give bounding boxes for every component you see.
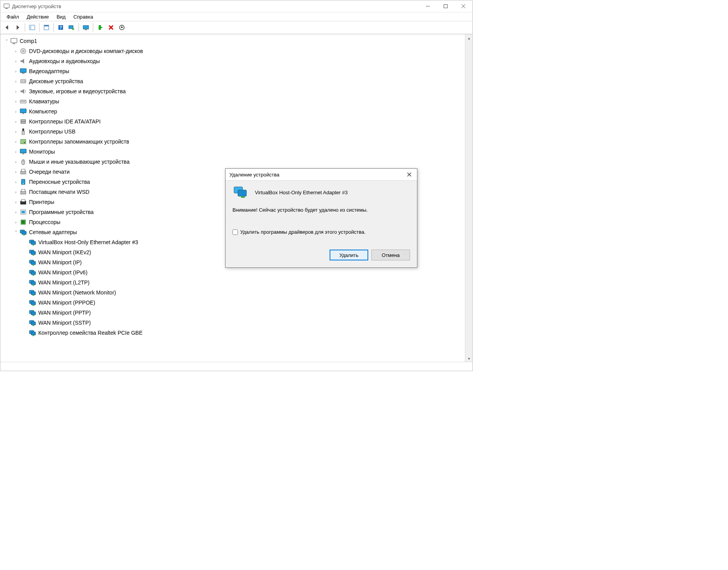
keyboard-icon (20, 98, 27, 105)
expand-icon[interactable]: › (13, 209, 19, 215)
tree-root-computer[interactable]: ˅Comp1 (1, 36, 465, 46)
close-button[interactable] (455, 0, 472, 12)
update-driver-button[interactable] (81, 22, 91, 33)
eject-button[interactable] (117, 22, 127, 33)
expand-icon[interactable]: › (13, 68, 19, 74)
expand-icon[interactable]: › (13, 88, 19, 94)
scan-hardware-button[interactable] (67, 22, 77, 33)
tree-spacer (22, 239, 28, 245)
uninstall-confirm-button[interactable]: Удалить (330, 250, 368, 260)
tree-category-sound[interactable]: ›Звуковые, игровые и видеоустройства (1, 86, 465, 96)
menu-view[interactable]: Вид (53, 13, 70, 21)
tree-item-label: Программные устройства (29, 209, 97, 215)
scroll-down-button[interactable]: ▾ (465, 355, 472, 362)
expand-icon[interactable]: › (13, 48, 19, 54)
expand-icon[interactable]: › (13, 149, 19, 155)
uninstall-device-button[interactable] (106, 22, 116, 33)
tree-device-network-9[interactable]: Контроллер семейства Realtek PCIe GBE (1, 328, 465, 338)
tree-item-label: WAN Miniport (IPv6) (38, 269, 91, 276)
tree-device-network-7[interactable]: WAN Miniport (PPTP) (1, 308, 465, 318)
expand-icon[interactable]: › (13, 219, 19, 225)
expand-icon[interactable]: › (13, 159, 19, 165)
dialog-close-button[interactable] (402, 169, 417, 180)
app-icon (3, 3, 10, 9)
tree-item-label: Контроллер семейства Realtek PCIe GBE (38, 330, 145, 336)
tree-device-network-5[interactable]: WAN Miniport (Network Monitor) (1, 288, 465, 298)
tree-category-keyboard[interactable]: ›Клавиатуры (1, 96, 465, 106)
tree-item-label: VirtualBox Host-Only Ethernet Adapter #3 (38, 239, 141, 245)
tree-category-disk[interactable]: ›Дисковые устройства (1, 76, 465, 86)
tree-item-label: Видеоадаптеры (29, 68, 72, 74)
portable-icon (20, 178, 27, 185)
tree-item-label: Мыши и иные указывающие устройства (29, 159, 133, 165)
network-adapter-icon (29, 249, 36, 256)
tree-category-mouse[interactable]: ›Мыши и иные указывающие устройства (1, 157, 465, 167)
collapse-icon[interactable]: ˅ (13, 229, 19, 235)
scroll-up-button[interactable]: ▴ (465, 34, 472, 41)
dialog-warning-text: Внимание! Сейчас устройство будет удален… (232, 207, 410, 213)
window-title: Диспетчер устройств (12, 3, 61, 9)
tree-category-monitor[interactable]: ›Мониторы (1, 147, 465, 157)
forward-button[interactable] (13, 22, 23, 33)
menu-help[interactable]: Справка (70, 13, 97, 21)
cancel-button[interactable]: Отмена (371, 250, 410, 260)
properties-button[interactable] (41, 22, 51, 33)
network-adapter-icon (29, 269, 36, 276)
maximize-button[interactable] (437, 0, 455, 12)
expand-icon[interactable]: › (13, 179, 19, 185)
menubar: Файл Действие Вид Справка (0, 12, 472, 21)
expand-icon[interactable]: › (13, 128, 19, 135)
svg-rect-56 (85, 29, 87, 30)
tree-category-storage[interactable]: ›Контроллеры запоминающих устройств (1, 137, 465, 147)
expand-icon[interactable]: › (13, 98, 19, 104)
delete-driver-checkbox[interactable] (232, 229, 238, 235)
tree-category-audio[interactable]: ›Аудиовходы и аудиовыходы (1, 56, 465, 66)
tree-category-computer[interactable]: ›Компьютер (1, 106, 465, 116)
show-hide-tree-button[interactable] (27, 22, 37, 33)
tree-category-usb[interactable]: ›Контроллеры USB (1, 127, 465, 137)
tree-spacer (22, 269, 28, 276)
expand-icon[interactable]: › (13, 118, 19, 125)
uninstall-device-dialog: Удаление устройства VirtualBox Host-Only… (225, 168, 417, 268)
tree-device-network-3[interactable]: WAN Miniport (IPv6) (1, 267, 465, 277)
menu-action[interactable]: Действие (23, 13, 53, 21)
dialog-title: Удаление устройства (229, 172, 279, 178)
tree-category-display[interactable]: ›Видеоадаптеры (1, 66, 465, 76)
tree-category-ide[interactable]: ›Контроллеры IDE ATA/ATAPI (1, 116, 465, 127)
expand-icon[interactable]: › (13, 139, 19, 145)
tree-item-label: Аудиовходы и аудиовыходы (29, 58, 103, 64)
expand-icon[interactable]: › (13, 169, 19, 175)
delete-driver-checkbox-label: Удалить программы драйверов для этого ус… (240, 229, 366, 235)
tree-device-network-4[interactable]: WAN Miniport (L2TP) (1, 277, 465, 288)
enable-device-button[interactable] (95, 22, 105, 33)
tree-device-network-8[interactable]: WAN Miniport (SSTP) (1, 318, 465, 328)
expand-icon[interactable]: › (13, 189, 19, 195)
svg-rect-42 (444, 5, 448, 8)
minimize-button[interactable] (419, 0, 437, 12)
tree-spacer (22, 289, 28, 296)
printer-icon (20, 199, 27, 205)
network-adapter-icon (29, 299, 36, 306)
expand-icon[interactable]: › (13, 108, 19, 115)
expand-icon[interactable]: › (13, 58, 19, 64)
tree-category-dvd[interactable]: ›DVD-дисководы и дисководы компакт-диско… (1, 46, 465, 56)
back-button[interactable] (2, 22, 12, 33)
tree-item-label: Клавиатуры (29, 98, 62, 104)
svg-rect-57 (99, 25, 101, 30)
help-button[interactable]: ? (56, 22, 66, 33)
svg-marker-58 (101, 27, 103, 28)
network-adapter-icon (29, 329, 36, 336)
vertical-scrollbar[interactable]: ▴ ▾ (465, 34, 472, 362)
tree-device-network-6[interactable]: WAN Miniport (PPPOE) (1, 298, 465, 308)
tree-item-label: Сетевые адаптеры (29, 229, 80, 235)
collapse-icon[interactable]: ˅ (3, 38, 10, 44)
delete-driver-checkbox-row[interactable]: Удалить программы драйверов для этого ус… (232, 229, 410, 235)
expand-icon[interactable]: › (13, 199, 19, 205)
tree-spacer (22, 330, 28, 336)
tree-item-label: DVD-дисководы и дисководы компакт-дисков (29, 48, 146, 54)
menu-file[interactable]: Файл (3, 13, 23, 21)
dialog-body: VirtualBox Host-Only Ethernet Adapter #3… (226, 181, 417, 267)
expand-icon[interactable]: › (13, 78, 19, 84)
display-icon (20, 68, 27, 75)
svg-marker-62 (121, 26, 123, 28)
